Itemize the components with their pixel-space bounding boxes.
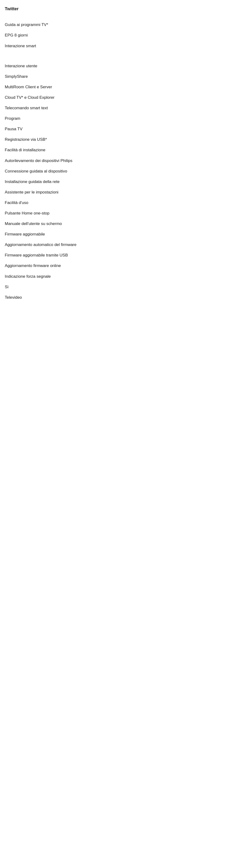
list-item-manuale: Manuale dell'utente su schermo [5,218,224,229]
spacer-spacer1 [5,14,224,19]
list-item-multiroom: MultiRoom Client e Server [5,82,224,92]
spacer-spacer3 [5,56,224,61]
list-item-connessione-guidata: Connessione guidata al dispositivo [5,166,224,176]
list-item-facilita-uso: Facilità d'uso [5,197,224,208]
list-item-epg: EPG 8 giorni [5,30,224,40]
list-item-facilita-installazione: Facilità di installazione [5,145,224,155]
list-item-assistente: Assistente per le impostazioni [5,187,224,197]
list-item-program: Program [5,113,224,124]
list-item-autorilevamento: Autorilevamento dei dispositivi Philips [5,155,224,166]
list-item-indicazione-forza: Indicazione forza segnale [5,271,224,282]
list-item-simplyshare: SimplyShare [5,71,224,82]
list-item-pausa-tv: Pausa TV [5,124,224,134]
list-item-firmware-usb: Firmware aggiornabile tramite USB [5,250,224,260]
list-item-aggiornamento-auto: Aggiornamento automatico del firmware [5,239,224,250]
list-item-telecomando: Telecomando smart text [5,102,224,113]
list-item-registrazione: Registrazione via USB* [5,134,224,145]
list-item-installazione-guidata: Installazione guidata della rete [5,176,224,187]
list-item-twitter: Twitter [5,2,224,14]
list-item-guida: Guida ai programmi TV* [5,19,224,30]
main-content: TwitterGuida ai programmi TV*EPG 8 giorn… [0,0,229,305]
list-item-si: Sì [5,282,224,292]
list-item-cloud-tv: Cloud TV* e Cloud Explorer [5,92,224,102]
list-item-pulsante-home: Pulsante Home one-stop [5,208,224,218]
list-item-televideo: Televideo [5,292,224,303]
spacer-spacer2 [5,51,224,56]
list-item-firmware-aggiornabile: Firmware aggiornabile [5,229,224,239]
list-item-interazione-utente: Interazione utente [5,61,224,71]
list-item-interazione-smart: Interazione smart [5,40,224,51]
list-item-aggiornamento-online: Aggiornamento firmware online [5,260,224,271]
